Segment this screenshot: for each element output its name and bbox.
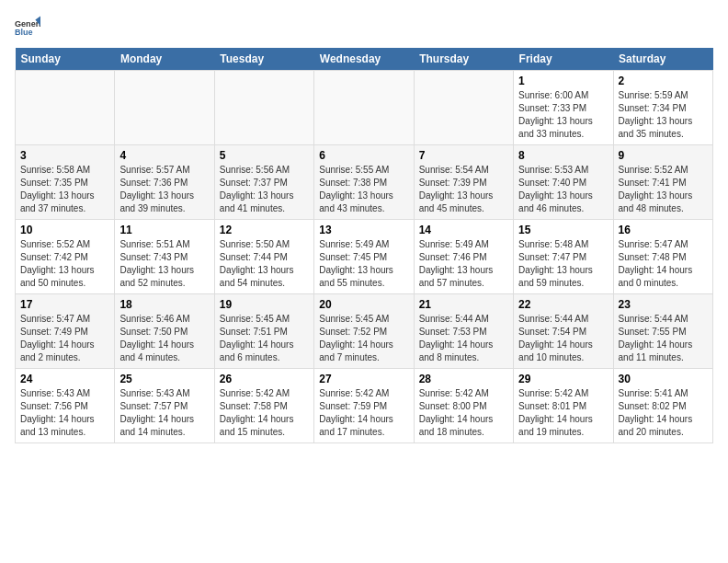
day-info: Sunrise: 5:52 AM Sunset: 7:41 PM Dayligh… — [619, 164, 708, 215]
weekday-header: Friday — [514, 48, 613, 71]
day-info: Sunrise: 5:55 AM Sunset: 7:38 PM Dayligh… — [319, 164, 408, 215]
day-info: Sunrise: 5:56 AM Sunset: 7:37 PM Dayligh… — [220, 164, 309, 215]
day-number: 1 — [518, 75, 608, 87]
calendar-cell: 21Sunrise: 5:44 AM Sunset: 7:53 PM Dayli… — [414, 294, 513, 369]
day-number: 15 — [518, 224, 608, 236]
day-number: 17 — [20, 298, 109, 311]
day-number: 8 — [518, 149, 608, 162]
day-number: 16 — [619, 224, 708, 236]
day-number: 26 — [220, 373, 309, 385]
calendar-cell: 23Sunrise: 5:44 AM Sunset: 7:55 PM Dayli… — [613, 294, 712, 369]
calendar-body: 1Sunrise: 6:00 AM Sunset: 7:33 PM Daylig… — [16, 71, 713, 443]
calendar-table: SundayMondayTuesdayWednesdayThursdayFrid… — [15, 48, 713, 443]
day-info: Sunrise: 5:52 AM Sunset: 7:42 PM Dayligh… — [20, 238, 109, 290]
day-number: 5 — [220, 149, 309, 162]
day-info: Sunrise: 5:42 AM Sunset: 8:00 PM Dayligh… — [419, 387, 508, 439]
weekday-header: Thursday — [414, 48, 513, 71]
day-info: Sunrise: 5:50 AM Sunset: 7:44 PM Dayligh… — [220, 238, 309, 290]
calendar-cell: 6Sunrise: 5:55 AM Sunset: 7:38 PM Daylig… — [314, 145, 414, 220]
calendar-cell: 1Sunrise: 6:00 AM Sunset: 7:33 PM Daylig… — [514, 71, 613, 145]
calendar-cell — [214, 71, 313, 145]
logo: General Blue — [15, 15, 40, 40]
day-info: Sunrise: 5:41 AM Sunset: 8:02 PM Dayligh… — [619, 387, 708, 439]
day-info: Sunrise: 5:43 AM Sunset: 7:56 PM Dayligh… — [20, 387, 109, 439]
day-info: Sunrise: 5:47 AM Sunset: 7:48 PM Dayligh… — [619, 238, 708, 290]
calendar-cell: 2Sunrise: 5:59 AM Sunset: 7:34 PM Daylig… — [613, 71, 712, 145]
calendar-cell: 18Sunrise: 5:46 AM Sunset: 7:50 PM Dayli… — [115, 294, 214, 369]
calendar-week-row: 24Sunrise: 5:43 AM Sunset: 7:56 PM Dayli… — [16, 369, 713, 443]
day-number: 3 — [20, 149, 109, 162]
calendar-cell — [16, 71, 115, 145]
day-number: 2 — [619, 75, 708, 87]
day-number: 18 — [119, 298, 209, 311]
calendar-cell: 14Sunrise: 5:49 AM Sunset: 7:46 PM Dayli… — [414, 220, 513, 294]
day-info: Sunrise: 5:44 AM Sunset: 7:54 PM Dayligh… — [518, 313, 608, 364]
weekday-header: Wednesday — [314, 48, 414, 71]
day-info: Sunrise: 5:46 AM Sunset: 7:50 PM Dayligh… — [119, 313, 209, 364]
day-info: Sunrise: 5:45 AM Sunset: 7:52 PM Dayligh… — [319, 313, 408, 364]
day-number: 7 — [419, 149, 508, 162]
day-info: Sunrise: 5:44 AM Sunset: 7:55 PM Dayligh… — [619, 313, 708, 364]
calendar-cell: 16Sunrise: 5:47 AM Sunset: 7:48 PM Dayli… — [613, 220, 712, 294]
calendar-cell — [115, 71, 214, 145]
day-number: 19 — [220, 298, 309, 311]
calendar-cell: 9Sunrise: 5:52 AM Sunset: 7:41 PM Daylig… — [613, 145, 712, 220]
day-number: 20 — [319, 298, 408, 311]
calendar-cell: 10Sunrise: 5:52 AM Sunset: 7:42 PM Dayli… — [16, 220, 115, 294]
calendar-cell — [414, 71, 513, 145]
weekday-header: Monday — [115, 48, 214, 71]
calendar-cell — [314, 71, 414, 145]
calendar-cell: 22Sunrise: 5:44 AM Sunset: 7:54 PM Dayli… — [514, 294, 613, 369]
day-info: Sunrise: 5:43 AM Sunset: 7:57 PM Dayligh… — [119, 387, 209, 439]
day-info: Sunrise: 6:00 AM Sunset: 7:33 PM Dayligh… — [518, 89, 608, 141]
day-number: 11 — [119, 224, 209, 236]
calendar-cell: 19Sunrise: 5:45 AM Sunset: 7:51 PM Dayli… — [214, 294, 313, 369]
calendar-cell: 5Sunrise: 5:56 AM Sunset: 7:37 PM Daylig… — [214, 145, 313, 220]
logo-icon: General Blue — [15, 15, 40, 40]
day-info: Sunrise: 5:54 AM Sunset: 7:39 PM Dayligh… — [419, 164, 508, 215]
page-header: General Blue — [15, 15, 713, 40]
calendar-cell: 27Sunrise: 5:42 AM Sunset: 7:59 PM Dayli… — [314, 369, 414, 443]
weekday-header: Saturday — [613, 48, 712, 71]
calendar-week-row: 10Sunrise: 5:52 AM Sunset: 7:42 PM Dayli… — [16, 220, 713, 294]
calendar-week-row: 17Sunrise: 5:47 AM Sunset: 7:49 PM Dayli… — [16, 294, 713, 369]
day-number: 23 — [619, 298, 708, 311]
calendar-cell: 11Sunrise: 5:51 AM Sunset: 7:43 PM Dayli… — [115, 220, 214, 294]
calendar-cell: 24Sunrise: 5:43 AM Sunset: 7:56 PM Dayli… — [16, 369, 115, 443]
day-info: Sunrise: 5:49 AM Sunset: 7:45 PM Dayligh… — [319, 238, 408, 290]
day-number: 9 — [619, 149, 708, 162]
day-number: 14 — [419, 224, 508, 236]
day-info: Sunrise: 5:45 AM Sunset: 7:51 PM Dayligh… — [220, 313, 309, 364]
day-info: Sunrise: 5:47 AM Sunset: 7:49 PM Dayligh… — [20, 313, 109, 364]
day-number: 6 — [319, 149, 408, 162]
calendar-cell: 26Sunrise: 5:42 AM Sunset: 7:58 PM Dayli… — [214, 369, 313, 443]
day-info: Sunrise: 5:51 AM Sunset: 7:43 PM Dayligh… — [119, 238, 209, 290]
day-number: 29 — [518, 373, 608, 385]
day-number: 13 — [319, 224, 408, 236]
weekday-header: Sunday — [16, 48, 115, 71]
day-number: 22 — [518, 298, 608, 311]
calendar-week-row: 1Sunrise: 6:00 AM Sunset: 7:33 PM Daylig… — [16, 71, 713, 145]
calendar-cell: 15Sunrise: 5:48 AM Sunset: 7:47 PM Dayli… — [514, 220, 613, 294]
calendar-cell: 17Sunrise: 5:47 AM Sunset: 7:49 PM Dayli… — [16, 294, 115, 369]
day-info: Sunrise: 5:42 AM Sunset: 7:59 PM Dayligh… — [319, 387, 408, 439]
day-info: Sunrise: 5:58 AM Sunset: 7:35 PM Dayligh… — [20, 164, 109, 215]
calendar-cell: 29Sunrise: 5:42 AM Sunset: 8:01 PM Dayli… — [514, 369, 613, 443]
day-number: 24 — [20, 373, 109, 385]
day-number: 30 — [619, 373, 708, 385]
calendar-cell: 7Sunrise: 5:54 AM Sunset: 7:39 PM Daylig… — [414, 145, 513, 220]
calendar-cell: 12Sunrise: 5:50 AM Sunset: 7:44 PM Dayli… — [214, 220, 313, 294]
day-number: 27 — [319, 373, 408, 385]
day-number: 25 — [119, 373, 209, 385]
day-number: 4 — [119, 149, 209, 162]
day-number: 12 — [220, 224, 309, 236]
day-info: Sunrise: 5:53 AM Sunset: 7:40 PM Dayligh… — [518, 164, 608, 215]
day-number: 21 — [419, 298, 508, 311]
calendar-cell: 8Sunrise: 5:53 AM Sunset: 7:40 PM Daylig… — [514, 145, 613, 220]
day-info: Sunrise: 5:42 AM Sunset: 7:58 PM Dayligh… — [220, 387, 309, 439]
calendar-cell: 13Sunrise: 5:49 AM Sunset: 7:45 PM Dayli… — [314, 220, 414, 294]
day-info: Sunrise: 5:44 AM Sunset: 7:53 PM Dayligh… — [419, 313, 508, 364]
day-info: Sunrise: 5:49 AM Sunset: 7:46 PM Dayligh… — [419, 238, 508, 290]
day-number: 10 — [20, 224, 109, 236]
day-info: Sunrise: 5:42 AM Sunset: 8:01 PM Dayligh… — [518, 387, 608, 439]
